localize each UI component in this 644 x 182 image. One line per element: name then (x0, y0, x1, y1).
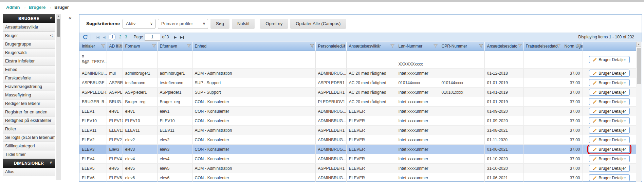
table-row[interactable]: ASPPLEDER1ASPPL...ASPpleder1ASPpleder1SU… (79, 88, 636, 97)
breadcrumb-link-admin[interactable]: Admin (6, 5, 20, 10)
sidebar-item-forskudsferie[interactable]: Forskudsferie (3, 74, 55, 83)
column-header-enhed[interactable]: Enhed (192, 42, 315, 51)
table-row[interactable]: BRUGER_R...BRUG...Bruger_regBruger_regCO… (79, 97, 636, 107)
column-header-cpr-nummer[interactable]: CPR-Nummer (439, 42, 484, 51)
table-row[interactable]: ELEV1elev1elev1elev1CON - KonsulenterADM… (79, 107, 636, 116)
sidebar-item-se-logfil-sls-l-n-l-benummer[interactable]: Se logfil (SLS løn løbenummer) (3, 133, 55, 142)
column-header-personaleleder[interactable]: Personaleleder (315, 42, 346, 51)
sidebar-scrollbar[interactable]: ▲ (56, 14, 61, 180)
column-header-ans-ttelsesdato[interactable]: Ansættelsesdato (484, 42, 523, 51)
sidebar-item-stillingskategori[interactable]: Stillingskategori (3, 142, 55, 150)
sidebar-item-roller[interactable]: Roller (3, 125, 55, 133)
search-button[interactable]: Søg (210, 19, 229, 29)
user-details-button[interactable]: Bruger Detaljer (589, 117, 630, 124)
column-header-l-n-nummer[interactable]: Løn-Nummer (396, 42, 439, 51)
sidebar-item-ans-ttelsesvilk-r[interactable]: Ansættelsesvilkår (3, 23, 55, 32)
last-page-button[interactable]: ▶ (180, 35, 184, 39)
page-number-3[interactable]: 3 (125, 35, 127, 39)
column-header-efternavn[interactable]: Efternavn (157, 42, 192, 51)
sidebar-item-alias[interactable]: Alias (3, 168, 55, 176)
column-header-fornavn[interactable]: Fornavn (123, 42, 157, 51)
user-details-button[interactable]: Bruger Detaljer (589, 79, 630, 86)
sidebar-item-ekstra-infofelter[interactable]: Ekstra infofelter (3, 57, 55, 66)
pagination-bar: ◀ ◀ 1 2 3 Page of 3 ▶ ▶ Displaying items… (79, 33, 642, 41)
cell-enhed: SUP - Support (192, 78, 315, 88)
table-row[interactable]: ELEV5elev5elev5elev5ADM - AdminstrationA… (79, 164, 636, 173)
users-table: InitialerAD InitialerFornavnEfternavnEnh… (79, 42, 636, 182)
user-details-button[interactable]: Bruger Detaljer (589, 146, 630, 153)
update-all-campus-button[interactable]: Opdater Alle (Campus) (290, 19, 346, 29)
cell-ad-initialer: elev1 (107, 107, 123, 116)
cell-personaleleder: ASPPLEDER1 (315, 164, 346, 173)
scroll-up-icon[interactable]: ▲ (636, 42, 641, 47)
sidebar-item-brugergruppe[interactable]: Brugergruppe (3, 40, 55, 49)
cell-personaleleder: ADMINBRUG... (315, 135, 346, 145)
cell-cpr-nummer (439, 154, 484, 164)
first-page-button[interactable]: ◀ (95, 35, 99, 39)
collapse-sidebar-button[interactable]: « (69, 15, 72, 21)
cell-cpr-nummer: 010144xxxx (439, 78, 484, 88)
user-details-button[interactable]: Bruger Detaljer (589, 155, 630, 162)
sidebar-item-rettighed-p-ekstrafelter[interactable]: Rettighed på ekstrafelter (3, 116, 55, 125)
sidebar-scrollbar-thumb[interactable] (57, 19, 60, 37)
sidebar-item-rediger-l-n-l-benr[interactable]: Rediger løn løbenr (3, 99, 55, 108)
profile-filter-dropdown[interactable]: Primære profiler ∨ (158, 19, 208, 29)
sidebar-item-registrer-for-en-anden[interactable]: Registrer for en anden (3, 108, 55, 116)
table-row[interactable]: ELEV3Elev3elev3elev3CON - KonsulenterADM… (79, 145, 636, 154)
table-row[interactable]: ELEV6ELEV6elev6elev6CON - KonsulenterADM… (79, 173, 636, 182)
reset-button[interactable]: Nulstil (232, 19, 255, 29)
user-details-button[interactable]: Bruger Detaljer (589, 70, 630, 77)
create-new-button[interactable]: Opret ny (260, 19, 288, 29)
sidebar-item-label: Stillingskategori (5, 144, 35, 148)
table-row[interactable]: ELEV4ELEV4elev4elev4CON - KonsulenterADM… (79, 154, 636, 164)
user-details-button[interactable]: Bruger Detaljer (589, 136, 630, 143)
page-number-1[interactable]: 1 (109, 34, 116, 40)
user-details-button[interactable]: Bruger Detaljer (589, 165, 630, 172)
page-number-input[interactable] (145, 34, 160, 41)
column-header-ans-ttelsesvilk-r[interactable]: Ansættelsesvilkår (346, 42, 396, 51)
cell-initialer: ELEV2 (79, 135, 107, 145)
cell-personaleleder: ASPPLEDER1 (315, 78, 346, 88)
sidebar-section-header-brugere[interactable]: BRUGERE∨ (3, 14, 55, 23)
sidebar-section-header-dimensioner[interactable]: DIMENSIONER∨ (3, 159, 55, 168)
sidebar-item-tildel-timer[interactable]: Tildel timer (3, 150, 55, 159)
column-header-norm-uge[interactable]: Norm Uge (562, 42, 583, 51)
sidebar-item-enhed[interactable]: Enhed (3, 66, 55, 74)
table-scrollbar-thumb[interactable] (637, 48, 641, 84)
table-scrollbar[interactable]: ▲ (636, 42, 641, 182)
table-row[interactable]: ELEV2ELEV2elev2elev2CON - KonsulenterADM… (79, 135, 636, 145)
sidebar-item-frav-rsregistrering[interactable]: Fraværsregistrering (3, 83, 55, 91)
breadcrumb-link-brugere[interactable]: Brugere (29, 5, 45, 10)
page-number-2[interactable]: 2 (119, 35, 122, 39)
user-details-button[interactable]: Bruger Detaljer (589, 127, 630, 134)
scroll-up-icon[interactable]: ▲ (56, 14, 61, 18)
previous-page-button[interactable]: ◀ (103, 35, 106, 39)
table-row[interactable]: ADMINBRU...muladminbruger1adminbruger1AD… (79, 69, 636, 78)
sidebar-item-masseflytning[interactable]: Masseflytning (3, 91, 55, 99)
refresh-icon[interactable] (82, 34, 88, 40)
breadcrumb: Admin→Brugere→Bruger (6, 3, 69, 11)
sidebar-item-label: Rediger løn løbenr (5, 101, 40, 106)
next-page-button[interactable]: ▶ (174, 35, 177, 39)
cell-actions: Bruger Detaljer (583, 116, 636, 126)
cell-l-n-nummer: Intet xxxxummer (396, 164, 439, 173)
table-row[interactable]: ¤ $@\_TESTA...XXXXXXxxxxBruger Detaljer (79, 51, 636, 69)
user-details-button[interactable]: Bruger Detaljer (589, 98, 630, 105)
user-details-button[interactable]: Bruger Detaljer (589, 108, 630, 115)
cell-ad-initialer: ASPBR... (107, 78, 123, 88)
cell-efternavn: elev4 (157, 154, 192, 164)
user-details-button[interactable]: Bruger Detaljer (589, 89, 630, 96)
sidebar-item-bruger[interactable]: Bruger< (3, 32, 55, 40)
user-details-button[interactable]: Bruger Detaljer (589, 56, 630, 63)
column-header-initialer[interactable]: Initialer (79, 42, 107, 51)
pencil-icon (593, 147, 597, 151)
sidebar-item-brugersaldi[interactable]: Brugersaldi (3, 49, 55, 57)
table-row[interactable]: ASPBRUGE...ASPBR...testfornavntesteftern… (79, 78, 636, 88)
table-row[interactable]: ELEV10ELEV10ELEV10ELEV10CON - Konsulente… (79, 116, 636, 126)
user-details-button[interactable]: Bruger Detaljer (589, 174, 630, 181)
table-row[interactable]: ELEV11ELEV11ELEV11ELEV11ADM - Adminstrat… (79, 126, 636, 135)
status-filter-dropdown[interactable]: Aktiv ∨ (123, 19, 155, 29)
column-header-ad-initialer[interactable]: AD Initialer (107, 42, 123, 51)
column-header-fratr-delsesdato[interactable]: Fratrædelsesdato (523, 42, 562, 51)
cell-ans-ttelsesdato: 01-01-2019 (484, 88, 523, 97)
